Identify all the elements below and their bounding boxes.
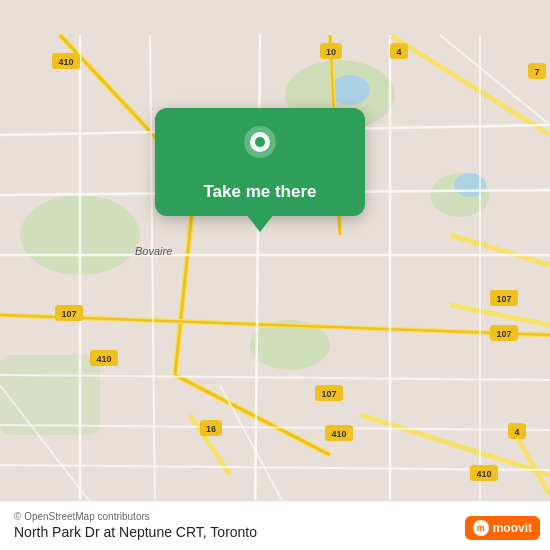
svg-text:7: 7 bbox=[534, 67, 539, 77]
location-label: North Park Dr at Neptune CRT, Toronto bbox=[14, 524, 536, 540]
svg-rect-5 bbox=[0, 355, 100, 435]
svg-rect-0 bbox=[0, 35, 550, 515]
svg-text:410: 410 bbox=[96, 354, 111, 364]
moovit-icon: m bbox=[473, 520, 489, 536]
svg-text:107: 107 bbox=[496, 329, 511, 339]
svg-text:Bovaire: Bovaire bbox=[135, 245, 172, 257]
svg-text:107: 107 bbox=[496, 294, 511, 304]
svg-text:10: 10 bbox=[326, 47, 336, 57]
svg-text:410: 410 bbox=[331, 429, 346, 439]
svg-point-6 bbox=[330, 75, 370, 105]
svg-text:107: 107 bbox=[61, 309, 76, 319]
svg-text:4: 4 bbox=[514, 427, 519, 437]
take-me-there-popup[interactable]: Take me there bbox=[155, 108, 365, 216]
svg-text:16: 16 bbox=[206, 424, 216, 434]
osm-attribution: © OpenStreetMap contributors bbox=[14, 511, 536, 522]
take-me-there-label: Take me there bbox=[203, 182, 316, 202]
moovit-logo: m moovit bbox=[465, 516, 540, 540]
svg-text:4: 4 bbox=[396, 47, 401, 57]
svg-point-67 bbox=[255, 137, 265, 147]
svg-text:410: 410 bbox=[476, 469, 491, 479]
location-pin-icon bbox=[242, 126, 278, 172]
map-background: 410 4 10 7 107 107 107 107 410 410 410 bbox=[0, 0, 550, 550]
svg-point-7 bbox=[454, 173, 486, 197]
svg-text:410: 410 bbox=[58, 57, 73, 67]
moovit-label: moovit bbox=[493, 521, 532, 535]
map-container: 410 4 10 7 107 107 107 107 410 410 410 bbox=[0, 0, 550, 550]
svg-text:107: 107 bbox=[321, 389, 336, 399]
